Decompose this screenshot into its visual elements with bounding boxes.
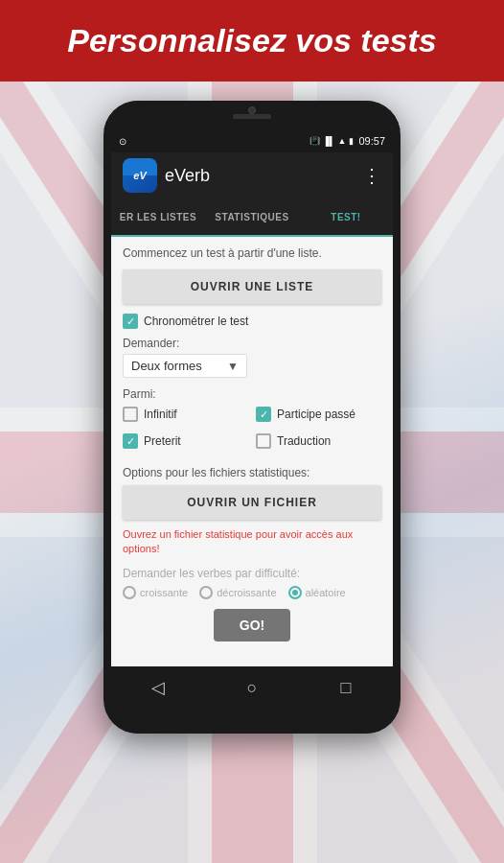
radio-croissante[interactable]: croissante [123,586,188,599]
open-file-button[interactable]: OUVRIR UN FICHIER [123,485,381,520]
app-name-label: eVerb [165,166,210,186]
time-display: 09:57 [358,135,385,147]
go-button[interactable]: GO! [214,609,290,641]
bottom-nav: ◁ ○ □ [111,666,393,709]
preterit-checkbox[interactable] [123,433,138,449]
phone-camera [248,106,256,114]
battery-icon: ▮ [349,136,354,146]
tab-test[interactable]: TEST! [299,198,393,237]
hint-text: Commencez un test à partir d'une liste. [123,246,381,260]
app-logo: eV [123,158,157,193]
chronometer-checkbox[interactable] [123,314,138,329]
parmi-label: Parmi: [123,387,381,401]
tab-lists[interactable]: ER LES LISTES [111,198,205,237]
radio-decroissante-circle [199,586,213,599]
infinitif-checkbox[interactable] [123,407,138,422]
options-label: Options pour les fichiers statistiques: [123,466,381,479]
dropdown-value: Deux formes [131,359,221,373]
radio-croissante-label: croissante [140,587,188,598]
difficulty-label: Demander les verbes par difficulté: [123,567,381,580]
tab-stats[interactable]: STATISTIQUES [205,198,299,237]
radio-aleatoire-circle [288,586,302,599]
preterit-row: Preterit [123,433,248,449]
open-list-button[interactable]: OUVRIR UNE LISTE [123,269,381,304]
banner-title: Personnalisez vos tests [67,22,437,59]
error-text: Ouvrez un fichier statistique pour avoir… [123,527,381,557]
recent-button[interactable]: □ [327,668,365,707]
status-right: 📳 ▐▌ ▲ ▮ 09:57 [309,135,385,147]
infinitif-label: Infinitif [144,408,177,421]
participe-label: Participe passé [277,408,355,421]
phone-top [103,101,401,129]
infinitif-row: Infinitif [123,407,248,422]
target-icon: ⊙ [119,136,126,147]
tab-bar: ER LES LISTES STATISTIQUES TEST! [111,198,393,237]
radio-decroissante-label: décroissante [217,587,276,598]
screen: ⊙ 📳 ▐▌ ▲ ▮ 09:57 eV eVerb ⋮ ER LES [111,129,393,666]
vibrate-icon: 📳 [309,136,320,146]
parmi-checkboxes: Infinitif Participe passé Preterit Tradu… [123,407,381,456]
status-bar: ⊙ 📳 ▐▌ ▲ ▮ 09:57 [111,129,393,152]
radio-croissante-circle [123,586,136,599]
logo-text: eV [133,170,146,181]
phone-speaker [233,114,271,119]
difficulty-radio-group: croissante décroissante aléatoire [123,586,381,599]
signal-icon: ▐▌ [323,136,335,146]
chronometer-row: Chronométrer le test [123,314,381,329]
content-area: Commencez un test à partir d'une liste. … [111,237,393,666]
traduction-label: Traduction [277,434,331,448]
phone-shell: ⊙ 📳 ▐▌ ▲ ▮ 09:57 eV eVerb ⋮ ER LES [103,101,401,734]
traduction-row: Traduction [256,433,381,449]
status-left: ⊙ [119,136,126,147]
app-logo-area: eV eVerb [123,158,210,193]
chronometer-label: Chronométrer le test [144,315,248,328]
overflow-menu-icon[interactable]: ⋮ [362,164,381,187]
wifi-icon: ▲ [338,136,347,146]
ask-label: Demander: [123,337,381,350]
phone-bottom [103,709,401,734]
traduction-checkbox[interactable] [256,433,271,449]
dropdown-arrow-icon: ▼ [227,360,239,373]
radio-aleatoire[interactable]: aléatoire [288,586,346,599]
app-toolbar: eV eVerb ⋮ [111,152,393,198]
preterit-label: Preterit [144,434,181,448]
home-button[interactable]: ○ [233,668,271,707]
back-button[interactable]: ◁ [139,668,177,707]
participe-row: Participe passé [256,407,381,422]
top-banner: Personnalisez vos tests [0,0,504,82]
ask-dropdown[interactable]: Deux formes ▼ [123,354,247,378]
radio-aleatoire-label: aléatoire [306,587,346,598]
participe-checkbox[interactable] [256,407,271,422]
radio-decroissante[interactable]: décroissante [199,586,276,599]
